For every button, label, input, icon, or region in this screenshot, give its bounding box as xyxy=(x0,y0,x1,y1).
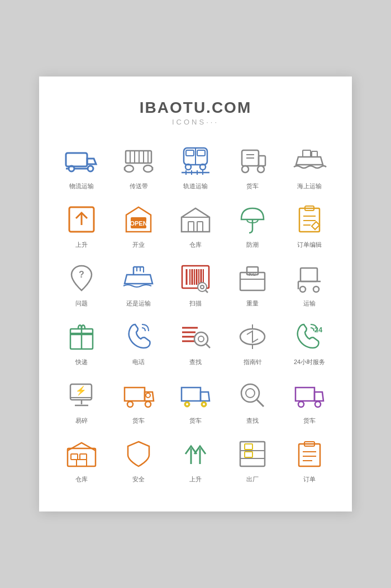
icon-compass: 指南针 xyxy=(227,319,278,366)
label-transport: 运输 xyxy=(303,299,316,308)
svg-rect-40 xyxy=(188,222,194,232)
label-upload2: 上升 xyxy=(189,475,202,484)
svg-point-105 xyxy=(298,401,304,407)
svg-point-1 xyxy=(69,166,74,171)
label-order: 订单 xyxy=(303,475,316,484)
svg-rect-118 xyxy=(299,444,320,466)
svg-rect-32 xyxy=(303,150,311,157)
icon-scan: 扫描 xyxy=(170,260,221,308)
svg-rect-33 xyxy=(312,151,317,157)
svg-text:⚡: ⚡ xyxy=(75,385,87,396)
svg-rect-109 xyxy=(80,454,87,460)
label-warehouse2: 仓库 xyxy=(75,475,88,484)
svg-rect-116 xyxy=(245,444,252,450)
svg-point-63 xyxy=(198,283,207,291)
label-truck3: 货车 xyxy=(189,417,202,425)
label-waterproof: 防潮 xyxy=(246,241,259,249)
svg-point-100 xyxy=(186,403,188,405)
svg-point-73 xyxy=(300,286,306,292)
icon-weight: KG 重量 xyxy=(227,260,278,308)
svg-text:OPEN: OPEN xyxy=(130,220,147,227)
svg-point-97 xyxy=(146,393,150,398)
label-open: 开业 xyxy=(132,241,145,249)
svg-rect-108 xyxy=(71,454,78,460)
icon-service24: 24 24小时服务 xyxy=(284,319,335,366)
site-title: IBAOTU.COM xyxy=(56,99,335,117)
icon-factory: 出厂 xyxy=(227,436,278,484)
icon-safe: 安全 xyxy=(113,436,164,484)
svg-point-2 xyxy=(88,166,93,171)
svg-text:24: 24 xyxy=(314,326,323,334)
svg-rect-18 xyxy=(197,150,205,156)
icon-warehouse: 仓库 xyxy=(170,202,221,249)
icon-truck1: 货车 xyxy=(227,143,278,190)
svg-point-83 xyxy=(194,332,208,346)
svg-point-106 xyxy=(315,401,321,407)
icon-rail: 轨道运输 xyxy=(170,143,221,190)
label-truck4: 货车 xyxy=(303,417,316,425)
icon-transport2: 还是运输 xyxy=(113,260,164,308)
icon-logistics: 物流运输 xyxy=(56,143,107,190)
svg-point-102 xyxy=(241,384,259,402)
svg-point-11 xyxy=(125,165,133,172)
label-logistics: 物流运输 xyxy=(69,182,94,190)
svg-text:KG: KG xyxy=(249,271,256,277)
header: IBAOTU.COM ICONS··· xyxy=(56,99,335,126)
icon-express: 快递 xyxy=(56,319,107,366)
icon-phone: 电话 xyxy=(113,319,164,366)
svg-line-65 xyxy=(206,290,208,293)
icon-truck3: 货车 xyxy=(170,377,221,425)
svg-point-12 xyxy=(144,165,152,172)
svg-point-31 xyxy=(258,166,264,173)
label-conveyor: 传送带 xyxy=(130,182,148,190)
svg-line-85 xyxy=(206,344,210,348)
icon-orderedit: 订单编辑 xyxy=(284,202,335,249)
svg-point-30 xyxy=(242,166,249,173)
icon-order: 订单 xyxy=(284,436,335,484)
label-sea: 海上运输 xyxy=(297,182,322,190)
icon-question: ? 问题 xyxy=(56,260,107,308)
main-card: IBAOTU.COM ICONS··· 物流运输 xyxy=(39,77,352,511)
label-express: 快递 xyxy=(75,358,88,366)
label-weight: 重量 xyxy=(246,299,259,308)
svg-rect-0 xyxy=(66,153,87,166)
svg-text:?: ? xyxy=(79,270,84,279)
svg-line-104 xyxy=(257,400,264,407)
svg-point-103 xyxy=(246,389,255,398)
label-transport2: 还是运输 xyxy=(126,299,151,308)
svg-point-101 xyxy=(203,403,205,405)
label-search2: 查找 xyxy=(246,417,259,425)
svg-rect-117 xyxy=(245,452,252,457)
label-compass: 指南针 xyxy=(244,358,262,366)
label-upload: 上升 xyxy=(75,241,88,249)
label-safe: 安全 xyxy=(132,475,145,484)
svg-rect-17 xyxy=(186,150,194,156)
icon-truck4: 货车 xyxy=(284,377,335,425)
svg-point-95 xyxy=(127,401,133,407)
label-phone: 电话 xyxy=(132,358,145,366)
label-fragile: 易碎 xyxy=(75,417,88,425)
svg-rect-70 xyxy=(301,268,317,281)
label-rail: 轨道运输 xyxy=(183,182,208,190)
svg-point-96 xyxy=(145,401,151,407)
icon-upload: 上升 xyxy=(56,202,107,249)
svg-rect-41 xyxy=(197,222,203,232)
icon-warehouse2: 仓库 xyxy=(56,436,107,484)
icon-fragile: ⚡ 易碎 xyxy=(56,377,107,425)
label-orderedit: 订单编辑 xyxy=(297,241,322,249)
icon-truck2: 货车 xyxy=(113,377,164,425)
label-scan: 扫描 xyxy=(189,299,202,308)
label-truck1: 货车 xyxy=(246,182,259,190)
label-warehouse: 仓库 xyxy=(189,241,202,249)
svg-rect-107 xyxy=(68,448,96,466)
svg-point-74 xyxy=(313,286,319,292)
icon-conveyor: 传送带 xyxy=(113,143,164,190)
svg-rect-29 xyxy=(259,156,265,166)
icon-search1: 查找 xyxy=(170,319,221,366)
label-truck2: 货车 xyxy=(132,417,145,425)
icon-grid: 物流运输 传送带 xyxy=(56,143,335,484)
icon-search2: 查找 xyxy=(227,377,278,425)
icon-transport: 运输 xyxy=(284,260,335,308)
icon-waterproof: 防潮 xyxy=(227,202,278,249)
label-service24: 24小时服务 xyxy=(294,358,325,366)
